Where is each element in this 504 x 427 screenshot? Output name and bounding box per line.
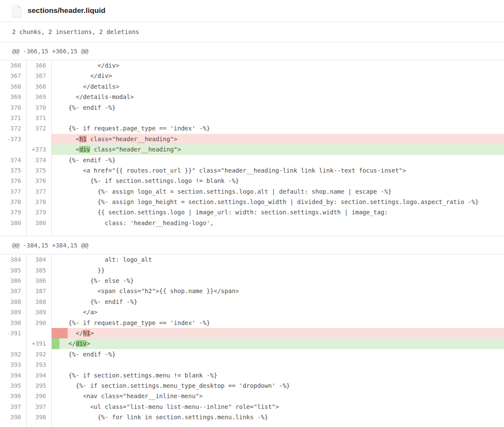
new-line-number: 397	[27, 402, 52, 412]
code-text: <nav class="header__inline-menu">	[61, 393, 203, 399]
new-line-number: 396	[27, 391, 52, 401]
code-text: alt: logo_alt	[61, 256, 152, 263]
code-line: <nav class="header__inline-menu">	[52, 391, 504, 401]
diff-viewer: sections/header.liquid 2 chunks, 2 inser…	[0, 0, 504, 427]
code-text: {%- assign logo_alt = section.settings.l…	[61, 188, 392, 195]
code-line: }}	[52, 265, 504, 275]
code-line: {{ section.settings.logo | image_url: wi…	[52, 207, 504, 217]
old-line-number: 379	[0, 207, 27, 217]
code-line: class: 'header__heading-logo',	[52, 218, 504, 228]
old-line-number: 393	[0, 359, 27, 370]
table-bottom-padding	[0, 423, 504, 427]
new-line-number: 388	[27, 297, 52, 307]
new-line-number: 387	[27, 286, 52, 296]
code-text: {%- endif -%}	[61, 351, 115, 358]
word-diff-highlight: div	[79, 146, 90, 153]
diff-row-ctx: 390390 {%- if request.page_type == 'inde…	[0, 318, 504, 328]
code-line: </div>	[52, 338, 504, 349]
code-text: </div>	[61, 72, 112, 79]
hunks-container: @@ -366,15 +366,15 @@366366 </div>367367…	[0, 42, 504, 427]
code-line: {%- for link in section.settings.menu.li…	[52, 412, 504, 422]
old-line-number: -391	[0, 328, 27, 338]
diff-row-ctx: 374374 {%- endif -%}	[0, 155, 504, 165]
code-line: </details-modal>	[52, 92, 504, 102]
new-line-number: 375	[27, 165, 52, 176]
diff-row-ctx: 397397 <ul class="list-menu list-menu--i…	[0, 402, 504, 412]
diff-row-ctx: 376376 {%- if section.settings.logo != b…	[0, 176, 504, 186]
old-line-number-filler	[0, 423, 27, 427]
code-line	[52, 359, 504, 370]
old-line-number	[0, 144, 27, 155]
code-text: </details>	[61, 83, 119, 90]
new-line-number: 392	[27, 349, 52, 359]
file-document-icon	[12, 5, 22, 17]
new-line-number: 379	[27, 207, 52, 217]
code-line: <a href="{{ routes.root_url }}" class="h…	[52, 165, 504, 176]
code-text: {%- else -%}	[61, 277, 134, 284]
file-title: sections/header.liquid	[28, 6, 106, 15]
diff-row-ctx: 388388 {%- endif -%}	[0, 297, 504, 307]
file-header: sections/header.liquid	[0, 0, 504, 22]
old-line-number: 380	[0, 218, 27, 228]
new-line-number: 389	[27, 307, 52, 317]
code-text: {{ section.settings.logo | image_url: wi…	[61, 209, 388, 216]
diff-row-ctx: 369369 </details-modal>	[0, 92, 504, 102]
code-line: {%- endif -%}	[52, 297, 504, 307]
old-line-number: 367	[0, 71, 27, 81]
code-text: <a href="{{ routes.root_url }}" class="h…	[61, 167, 406, 174]
new-line-number	[27, 134, 52, 144]
diff-row-ctx: 398398 {%- for link in section.settings.…	[0, 412, 504, 422]
diff-row-ctx: 387387 <span class="h2">{{ shop.name }}<…	[0, 286, 504, 296]
new-line-number: 390	[27, 318, 52, 328]
diff-row-ctx: 396396 <nav class="header__inline-menu">	[0, 391, 504, 401]
old-line-number: 375	[0, 165, 27, 176]
old-line-number: 398	[0, 412, 27, 422]
code-line: {%- else -%}	[52, 275, 504, 286]
hunk-header: @@ -366,15 +366,15 @@	[0, 42, 504, 60]
old-line-number: 390	[0, 318, 27, 328]
diff-row-ctx: 392392 {%- endif -%}	[0, 349, 504, 359]
code-text: </a>	[61, 309, 97, 316]
code-text: <	[61, 146, 79, 153]
diff-row-ctx: 366366 </div>	[0, 60, 504, 71]
old-line-number: 377	[0, 186, 27, 197]
old-line-number: 387	[0, 286, 27, 296]
old-line-number: 394	[0, 370, 27, 381]
code-text: {%- if section.settings.menu != blank -%…	[61, 372, 217, 379]
word-diff-highlight: div	[76, 340, 87, 347]
code-text: <span class="h2">{{ shop.name }}</span>	[61, 288, 239, 294]
code-line: </div>	[52, 60, 504, 71]
diff-row-ctx: 372372 {%- if request.page_type == 'inde…	[0, 123, 504, 133]
code-filler	[52, 228, 504, 236]
new-line-number: 369	[27, 92, 52, 102]
new-line-number: 372	[27, 123, 52, 133]
code-text: <	[61, 136, 79, 142]
code-text: <ul class="list-menu list-menu--inline" …	[61, 403, 279, 410]
code-text: class="header__heading">	[90, 146, 181, 153]
code-text: }}	[61, 267, 105, 274]
new-line-number: 366	[27, 60, 52, 71]
code-line: </div>	[52, 71, 504, 81]
code-line: </details>	[52, 81, 504, 92]
diff-row-ins: +391 </div>	[0, 338, 504, 349]
code-line: </h1>	[52, 328, 504, 338]
old-line-number: 392	[0, 349, 27, 359]
code-line: {%- assign logo_height = section.setting…	[52, 197, 504, 207]
word-diff-highlight: h1	[79, 136, 87, 142]
code-line: {%- endif -%}	[52, 155, 504, 165]
code-text: {%- assign logo_height = section.setting…	[61, 198, 479, 205]
old-line-number: 389	[0, 307, 27, 317]
whitespace-change-block	[52, 338, 59, 349]
new-line-number: +391	[27, 338, 52, 349]
diff-row-del: -391 </h1>	[0, 328, 504, 338]
new-line-number: 393	[27, 359, 52, 370]
diff-summary-row: 2 chunks, 2 insertions, 2 deletions	[0, 22, 504, 42]
old-line-number	[0, 338, 27, 349]
code-line: {%- if section.settings.menu_type_deskto…	[52, 381, 504, 391]
old-line-number: 385	[0, 265, 27, 275]
diff-row-ctx: 367367 </div>	[0, 71, 504, 81]
new-line-number-filler	[27, 423, 52, 427]
old-line-number: 371	[0, 113, 27, 123]
new-line-number: 371	[27, 113, 52, 123]
diff-row-ctx: 368368 </details>	[0, 81, 504, 92]
